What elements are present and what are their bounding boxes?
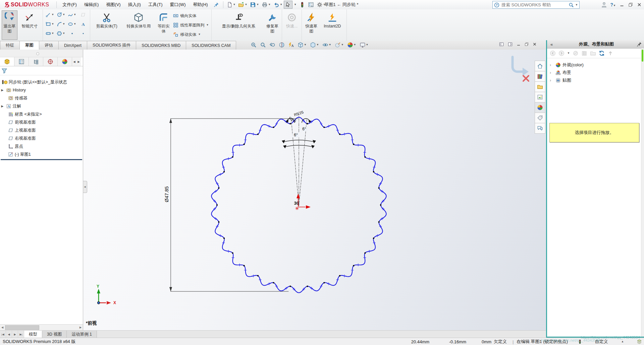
rebuild-button[interactable] (298, 1, 307, 9)
display-delete-relations-button[interactable]: 显示/删除几何关系 (213, 10, 264, 40)
sketch-point[interactable] (289, 123, 291, 124)
graphics-area[interactable]: Ø47.85 R2.5 R5.25 6° (83, 50, 546, 330)
select-tool-dropdown[interactable]: ▼ (292, 2, 298, 7)
linear-pattern-button[interactable]: 线性草图阵列 ▼ (172, 20, 210, 30)
dropdown-caret-icon[interactable]: ▼ (51, 13, 54, 16)
sketch-point[interactable] (223, 171, 225, 172)
undo-button[interactable]: ▼ (272, 1, 284, 9)
tab-view-palette[interactable] (535, 92, 545, 102)
forward-icon[interactable] (558, 50, 565, 56)
next-tab-icon[interactable]: ▶ (12, 331, 18, 338)
sketch-point[interactable] (244, 265, 245, 266)
sketch-point[interactable] (364, 252, 366, 254)
dropdown-caret-icon[interactable]: ▼ (51, 23, 54, 25)
angle-dimension-text[interactable]: 6° (294, 133, 298, 137)
arc-tool-button[interactable]: ▼ (55, 20, 66, 28)
sketch-point[interactable] (257, 275, 259, 276)
dropdown-caret-icon[interactable]: ▼ (268, 3, 271, 6)
expand-arrow-icon[interactable]: ▶ (0, 88, 5, 92)
dropdown-caret-icon[interactable]: ▼ (206, 24, 209, 26)
mirror-entities-button[interactable]: 镜向实体 (172, 11, 210, 20)
print-button[interactable]: ▼ (260, 1, 272, 9)
sketch-point[interactable] (244, 144, 245, 145)
decals-tree-item[interactable]: › 贴图 (547, 76, 644, 84)
tab-features[interactable]: 特征 (0, 41, 20, 50)
tags-button[interactable] (637, 338, 642, 345)
tab-dimxpert[interactable]: DimXpert (58, 41, 87, 50)
dropdown-caret-icon[interactable]: ▼ (280, 3, 282, 6)
show-left-pane-icon[interactable] (499, 42, 504, 47)
tab-configuration-manager[interactable] (29, 57, 43, 66)
zoom-to-area-button[interactable] (259, 42, 267, 48)
close-button[interactable] (637, 2, 642, 7)
sketch-point[interactable] (307, 123, 308, 124)
sketch-point[interactable] (353, 265, 354, 266)
polygon-tool-button[interactable]: ▼ (55, 29, 66, 38)
dropdown-caret-icon[interactable]: ▼ (294, 3, 297, 6)
doc-minimize-icon[interactable] (516, 42, 521, 47)
select-tool-button[interactable] (284, 1, 292, 9)
apply-scene-button[interactable]: ▼ (346, 42, 357, 48)
dropdown-caret-icon[interactable]: ▼ (304, 44, 307, 46)
tree-root-part[interactable]: 同步轮 (默认<<默认>_显示状态 (0, 78, 83, 86)
text-tool-button[interactable]: A (77, 20, 89, 28)
tab-forum[interactable] (535, 123, 545, 134)
dropdown-caret-icon[interactable]: ▼ (62, 32, 65, 35)
minimize-button[interactable] (619, 2, 625, 7)
sketch-point[interactable] (307, 286, 308, 287)
refresh-icon[interactable] (599, 50, 605, 56)
last-tab-icon[interactable]: ▶| (18, 331, 24, 338)
sketch-point[interactable] (373, 171, 374, 172)
hide-annotations-button[interactable]: A (287, 42, 295, 48)
tab-design-library[interactable] (535, 71, 545, 82)
spline-tool-button[interactable]: ▼ (66, 10, 77, 19)
sketch-point[interactable] (232, 252, 233, 254)
tab-display-manager[interactable] (58, 57, 72, 66)
sketch-point[interactable] (378, 187, 380, 189)
move-entities-button[interactable]: 移动实体 ▼ (172, 30, 210, 39)
exit-sketch-corner-arrow[interactable] (523, 68, 529, 76)
sketch-point[interactable] (339, 275, 340, 276)
restore-button[interactable] (628, 2, 633, 7)
scrollbar-thumb[interactable] (5, 325, 39, 330)
scrollbar-thumb[interactable] (642, 50, 643, 62)
angle-dimension-text[interactable]: 6° (302, 127, 306, 131)
sketch-point[interactable] (273, 282, 274, 283)
tab-appearances[interactable] (535, 102, 545, 113)
tab-model[interactable]: 模型 (24, 331, 42, 338)
search-input[interactable] (501, 2, 567, 8)
tab-addins[interactable]: SOLIDWORKS 插件 (87, 41, 136, 50)
search-box[interactable]: ? ▼ (492, 1, 580, 9)
tree-item-annotations[interactable]: ▶ A 注解 (0, 102, 83, 110)
section-view-button[interactable] (278, 42, 285, 48)
first-tab-icon[interactable]: |◀ (0, 331, 6, 338)
sketch-picture-button[interactable] (77, 10, 89, 19)
slot-tool-button[interactable]: ▼ (44, 29, 55, 38)
tree-item-history[interactable]: ▶ History (0, 86, 83, 94)
rebuild-status-button[interactable] (578, 338, 582, 345)
zoom-to-fit-button[interactable] (250, 42, 257, 48)
exit-sketch-button[interactable]: 退出草图 (2, 10, 17, 40)
expand-arrow-icon[interactable]: ▶ (0, 105, 5, 108)
sketch-point[interactable] (378, 221, 380, 223)
sketch-point[interactable] (218, 187, 219, 189)
menu-tools[interactable]: 工具(T) (145, 0, 166, 9)
tabs-scroll-right[interactable]: ▶ (76, 57, 81, 66)
tab-motion-study[interactable]: 运动算例 1 (67, 331, 97, 338)
view-orientation-button[interactable]: ▼ (297, 42, 307, 48)
hide-show-items-button[interactable]: ▼ (322, 42, 332, 48)
dropdown-caret-icon[interactable]: ▼ (567, 52, 570, 55)
scenes-tree-item[interactable]: › 布景 (547, 69, 644, 76)
tab-mbd[interactable]: SOLIDWORKS MBD (136, 41, 186, 50)
dropdown-caret-icon[interactable]: ▼ (256, 3, 259, 6)
tree-item-origin[interactable]: 原点 (0, 142, 83, 150)
menu-edit[interactable]: 编辑(E) (80, 0, 102, 9)
view-settings-button[interactable]: ▼ (359, 42, 369, 48)
panel-collapse-handle[interactable] (36, 52, 39, 55)
save-button[interactable]: ▼ (249, 1, 260, 9)
expand-arrow-icon[interactable]: › (550, 78, 554, 83)
tabs-scroll-left[interactable]: ◀ (72, 57, 76, 66)
open-document-button[interactable]: ▼ (237, 1, 249, 9)
smart-dimension-button[interactable]: 智能尺寸 (18, 10, 41, 40)
dropdown-caret-icon[interactable]: ▼ (329, 44, 331, 46)
